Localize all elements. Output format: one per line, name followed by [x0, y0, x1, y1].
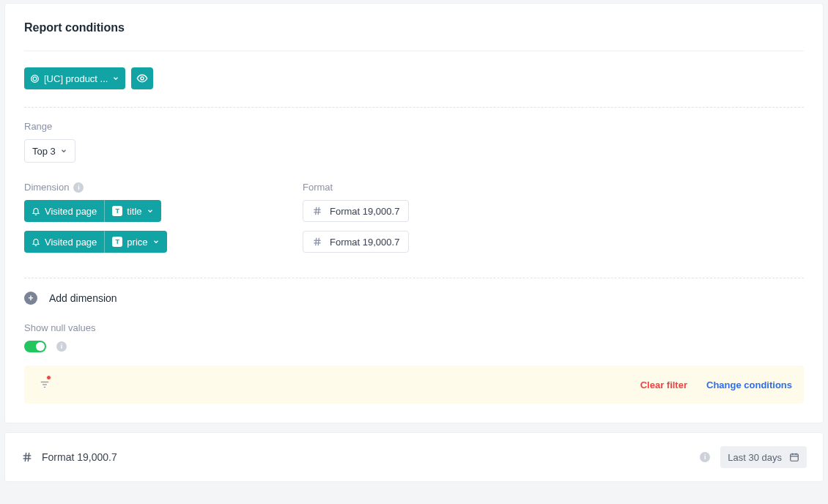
dimension-format-section: Dimension i Visited page T title	[24, 182, 804, 262]
hash-icon	[312, 206, 322, 216]
footer-bar: Format 19,000.7 i Last 30 days	[4, 432, 824, 482]
null-values-label: Show null values	[24, 322, 804, 333]
dashed-divider	[24, 278, 804, 278]
segment-selector[interactable]: [UC] product ...	[24, 67, 125, 89]
type-badge-text-icon: T	[112, 237, 122, 247]
chevron-down-icon	[147, 207, 154, 215]
chevron-down-icon	[152, 238, 160, 245]
svg-point-0	[32, 75, 39, 82]
filter-indicator	[36, 376, 53, 393]
dimension-attr: title	[127, 206, 141, 217]
info-icon[interactable]: i	[73, 182, 84, 193]
dimension-label: Dimension i	[24, 182, 259, 193]
chevron-down-icon	[112, 75, 119, 82]
dimension-item-2[interactable]: Visited page T price	[24, 231, 167, 253]
format-value: Format 19,000.7	[330, 237, 399, 248]
dashed-divider	[24, 107, 804, 108]
segment-row: [UC] product ...	[24, 67, 804, 89]
hash-icon	[21, 451, 33, 463]
type-badge-text-icon: T	[112, 206, 122, 216]
footer-format-label: Format 19,000.7	[42, 451, 117, 463]
chevron-down-icon	[60, 147, 67, 155]
svg-line-17	[28, 453, 29, 462]
add-dimension-button[interactable]: + Add dimension	[24, 292, 804, 305]
divider	[24, 51, 804, 51]
range-select[interactable]: Top 3	[24, 139, 75, 163]
clear-filter-button[interactable]: Clear filter	[640, 379, 687, 390]
info-icon[interactable]: i	[700, 452, 710, 462]
plus-circle-icon: +	[24, 292, 37, 305]
dimension-event: Visited page	[45, 206, 97, 217]
svg-point-1	[33, 77, 37, 81]
filter-icon	[39, 379, 51, 390]
dimension-event: Visited page	[45, 237, 97, 248]
info-icon[interactable]: i	[56, 341, 67, 352]
dimension-item-1[interactable]: Visited page T title	[24, 200, 161, 222]
svg-line-10	[318, 238, 319, 246]
filter-bar: Clear filter Change conditions	[24, 366, 804, 404]
range-section: Range Top 3	[24, 121, 804, 163]
page-title: Report conditions	[24, 21, 804, 34]
svg-rect-18	[791, 454, 799, 461]
null-values-toggle[interactable]	[24, 341, 46, 352]
svg-line-5	[316, 207, 317, 215]
format-item-1[interactable]: Format 19,000.7	[303, 200, 409, 222]
range-value: Top 3	[32, 146, 56, 157]
filter-active-dot-icon	[46, 375, 51, 380]
svg-line-9	[316, 238, 317, 246]
toggle-knob	[36, 342, 45, 351]
format-value: Format 19,000.7	[330, 206, 399, 217]
date-range-select[interactable]: Last 30 days	[720, 446, 807, 468]
report-conditions-card: Report conditions [UC] product ... Range…	[4, 3, 824, 423]
null-values-section: Show null values i	[24, 322, 804, 352]
format-item-2[interactable]: Format 19,000.7	[303, 231, 409, 253]
format-label: Format	[303, 182, 409, 193]
calendar-icon	[789, 452, 799, 462]
bell-icon	[32, 207, 40, 215]
svg-line-6	[318, 207, 319, 215]
range-label: Range	[24, 121, 804, 132]
add-dimension-label: Add dimension	[49, 292, 117, 304]
segment-label: [UC] product ...	[44, 73, 108, 84]
date-range-value: Last 30 days	[728, 452, 782, 463]
hash-icon	[312, 237, 322, 247]
bell-icon	[32, 237, 40, 246]
svg-line-16	[25, 453, 26, 462]
change-conditions-button[interactable]: Change conditions	[706, 379, 792, 390]
svg-point-2	[141, 77, 144, 80]
dimension-attr: price	[127, 237, 147, 248]
eye-icon	[136, 73, 148, 84]
preview-button[interactable]	[131, 67, 153, 89]
target-icon	[30, 74, 40, 84]
dimension-label-text: Dimension	[24, 182, 69, 193]
